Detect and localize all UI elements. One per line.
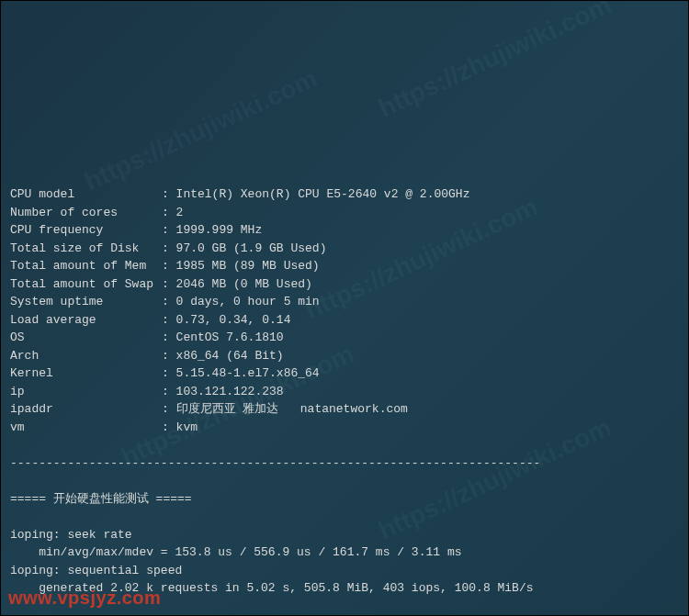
sysinfo-value: kvm <box>176 420 198 434</box>
sysinfo-colon: : <box>162 313 176 327</box>
sysinfo-value: Intel(R) Xeon(R) CPU E5-2640 v2 @ 2.00GH… <box>176 187 470 201</box>
sysinfo-row: CPU frequency: 1999.999 MHz <box>10 221 679 240</box>
sysinfo-colon: : <box>162 349 176 363</box>
sysinfo-value: 0.73, 0.34, 0.14 <box>176 313 291 327</box>
sysinfo-row: Arch: x86_64 (64 Bit) <box>10 347 679 365</box>
sysinfo-colon: : <box>162 259 176 273</box>
sysinfo-label: CPU model <box>10 185 162 204</box>
sysinfo-value: 印度尼西亚 雅加达 natanetwork.com <box>176 402 408 416</box>
sysinfo-value: x86_64 (64 Bit) <box>176 349 284 363</box>
sysinfo-row: Number of cores: 2 <box>10 204 679 222</box>
sysinfo-label: Total size of Disk <box>10 240 162 258</box>
sysinfo-value: CentOS 7.6.1810 <box>176 330 284 344</box>
sysinfo-colon: : <box>162 366 176 380</box>
disk-test-output: ioping: seek rate min/avg/max/mdev = 153… <box>10 526 679 598</box>
sysinfo-label: Number of cores <box>10 204 162 222</box>
disk-line: ioping: sequential speed <box>10 562 679 580</box>
sysinfo-label: Total amount of Swap <box>10 275 162 294</box>
sysinfo-label: vm <box>10 419 162 437</box>
sysinfo-colon: : <box>162 420 176 434</box>
disk-line: min/avg/max/mdev = 153.8 us / 556.9 us /… <box>10 543 679 562</box>
sysinfo-value: 2 <box>176 206 184 219</box>
sysinfo-label: Kernel <box>10 364 162 383</box>
sysinfo-label: ip <box>10 383 162 401</box>
sysinfo-row: System uptime: 0 days, 0 hour 5 min <box>10 293 679 311</box>
sysinfo-colon: : <box>162 223 176 237</box>
sysinfo-colon: : <box>162 402 176 416</box>
sysinfo-colon: : <box>162 241 176 255</box>
sysinfo-label: Load average <box>10 311 162 330</box>
sysinfo-value: 1999.999 MHz <box>176 223 263 237</box>
sysinfo-label: Total amount of Mem <box>10 257 162 275</box>
sysinfo-value: 5.15.48-1.el7.x86_64 <box>176 366 320 380</box>
sysinfo-row: OS: CentOS 7.6.1810 <box>10 329 679 347</box>
sysinfo-label: System uptime <box>10 293 162 311</box>
disk-test-header: ===== 开始硬盘性能测试 ===== <box>10 490 679 509</box>
sysinfo-row: Load average: 0.73, 0.34, 0.14 <box>10 311 679 330</box>
system-info-block: CPU model: Intel(R) Xeon(R) CPU E5-2640 … <box>10 185 679 436</box>
sysinfo-label: Arch <box>10 347 162 365</box>
sysinfo-row: ipaddr: 印度尼西亚 雅加达 natanetwork.com <box>10 400 679 419</box>
sysinfo-colon: : <box>162 277 176 291</box>
separator: ----------------------------------------… <box>10 454 679 473</box>
sysinfo-row: ip: 103.121.122.238 <box>10 383 679 401</box>
sysinfo-value: 2046 MB (0 MB Used) <box>176 277 312 291</box>
sysinfo-value: 103.121.122.238 <box>176 385 284 398</box>
sysinfo-row: Total amount of Mem: 1985 MB (89 MB Used… <box>10 257 679 275</box>
sysinfo-value: 97.0 GB (1.9 GB Used) <box>176 241 327 255</box>
sysinfo-row: Total size of Disk: 97.0 GB (1.9 GB Used… <box>10 240 679 258</box>
sysinfo-value: 0 days, 0 hour 5 min <box>176 295 320 308</box>
sysinfo-colon: : <box>162 385 176 398</box>
sysinfo-label: ipaddr <box>10 400 162 419</box>
sysinfo-row: Total amount of Swap: 2046 MB (0 MB Used… <box>10 275 679 294</box>
sysinfo-label: OS <box>10 329 162 347</box>
disk-line: ioping: seek rate <box>10 526 679 544</box>
diag-watermark: https://zhujiwiki.com <box>372 0 617 128</box>
sysinfo-value: 1985 MB (89 MB Used) <box>176 259 320 273</box>
sysinfo-colon: : <box>162 295 176 308</box>
sysinfo-colon: : <box>162 206 176 219</box>
sysinfo-colon: : <box>162 330 176 344</box>
disk-line: generated 2.02 k requests in 5.02 s, 505… <box>10 579 679 598</box>
sysinfo-row: Kernel: 5.15.48-1.el7.x86_64 <box>10 364 679 383</box>
sysinfo-colon: : <box>162 187 176 201</box>
sysinfo-row: CPU model: Intel(R) Xeon(R) CPU E5-2640 … <box>10 185 679 204</box>
sysinfo-label: CPU frequency <box>10 221 162 240</box>
sysinfo-row: vm: kvm <box>10 419 679 437</box>
diag-watermark: https://zhujiwiki.com <box>78 60 323 201</box>
